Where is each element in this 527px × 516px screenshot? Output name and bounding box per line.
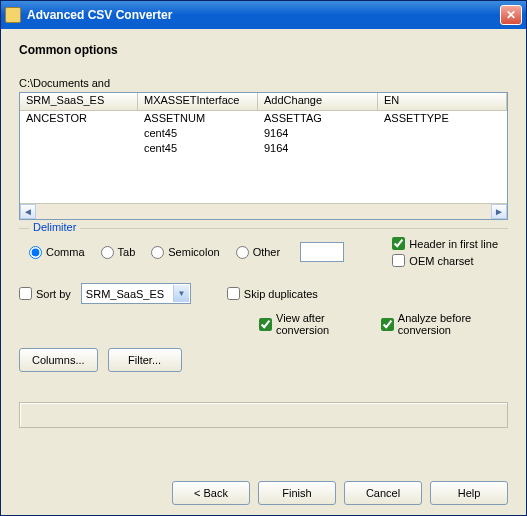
check-view-after-input[interactable] [259, 318, 272, 331]
table-row[interactable]: ANCESTOR ASSETNUM ASSETTAG ASSETTYPE [20, 111, 507, 126]
check-skip-duplicates[interactable]: Skip duplicates [227, 287, 318, 300]
sort-field-select[interactable]: SRM_SaaS_ES ▼ [81, 283, 191, 304]
dialog-body: Common options C:\Documents and SRM_SaaS… [1, 29, 526, 515]
filter-button[interactable]: Filter... [108, 348, 182, 372]
window-title: Advanced CSV Converter [27, 8, 500, 22]
col-header[interactable]: SRM_SaaS_ES [20, 93, 138, 110]
check-oem-charset[interactable]: OEM charset [392, 254, 498, 267]
check-oem-charset-input[interactable] [392, 254, 405, 267]
check-analyze-before-input[interactable] [381, 318, 394, 331]
close-button[interactable]: ✕ [500, 5, 522, 25]
app-window: Advanced CSV Converter ✕ Common options … [0, 0, 527, 516]
col-header[interactable]: MXASSETInterface [138, 93, 258, 110]
cancel-button[interactable]: Cancel [344, 481, 422, 505]
radio-tab-input[interactable] [101, 246, 114, 259]
table-row[interactable]: cent45 9164 [20, 141, 507, 156]
scroll-right-icon[interactable]: ► [491, 204, 507, 219]
radio-other-input[interactable] [236, 246, 249, 259]
delimiter-group-label: Delimiter [29, 221, 80, 233]
delimiter-group: Delimiter Comma Tab Semicolon Other [19, 228, 508, 273]
sort-field-value: SRM_SaaS_ES [86, 288, 164, 300]
col-header[interactable]: EN [378, 93, 507, 110]
radio-comma[interactable]: Comma [29, 246, 85, 259]
check-skip-duplicates-input[interactable] [227, 287, 240, 300]
table-header: SRM_SaaS_ES MXASSETInterface AddChange E… [20, 93, 507, 111]
table-row[interactable]: cent45 9164 [20, 126, 507, 141]
check-sort-by-input[interactable] [19, 287, 32, 300]
radio-semicolon[interactable]: Semicolon [151, 246, 219, 259]
other-delimiter-input[interactable] [300, 242, 344, 262]
check-sort-by[interactable]: Sort by [19, 287, 71, 300]
preview-table: SRM_SaaS_ES MXASSETInterface AddChange E… [19, 92, 508, 220]
check-view-after[interactable]: View after conversion [259, 312, 365, 336]
radio-tab[interactable]: Tab [101, 246, 136, 259]
horizontal-scrollbar[interactable]: ◄ ► [20, 203, 507, 219]
radio-semicolon-input[interactable] [151, 246, 164, 259]
check-analyze-before[interactable]: Analyze before conversion [381, 312, 508, 336]
page-title: Common options [19, 43, 508, 57]
check-header-first-line[interactable]: Header in first line [392, 237, 498, 250]
scroll-left-icon[interactable]: ◄ [20, 204, 36, 219]
back-button[interactable]: < Back [172, 481, 250, 505]
radio-comma-input[interactable] [29, 246, 42, 259]
radio-other[interactable]: Other [236, 246, 281, 259]
finish-button[interactable]: Finish [258, 481, 336, 505]
table-body: ANCESTOR ASSETNUM ASSETTAG ASSETTYPE cen… [20, 111, 507, 156]
wizard-buttons: < Back Finish Cancel Help [19, 465, 508, 505]
chevron-down-icon[interactable]: ▼ [173, 285, 189, 302]
path-label: C:\Documents and [19, 77, 508, 89]
col-header[interactable]: AddChange [258, 93, 378, 110]
help-button[interactable]: Help [430, 481, 508, 505]
check-header-first-line-input[interactable] [392, 237, 405, 250]
columns-button[interactable]: Columns... [19, 348, 98, 372]
app-icon [5, 7, 21, 23]
status-bar [19, 402, 508, 428]
scroll-track[interactable] [36, 204, 491, 219]
titlebar: Advanced CSV Converter ✕ [1, 1, 526, 29]
